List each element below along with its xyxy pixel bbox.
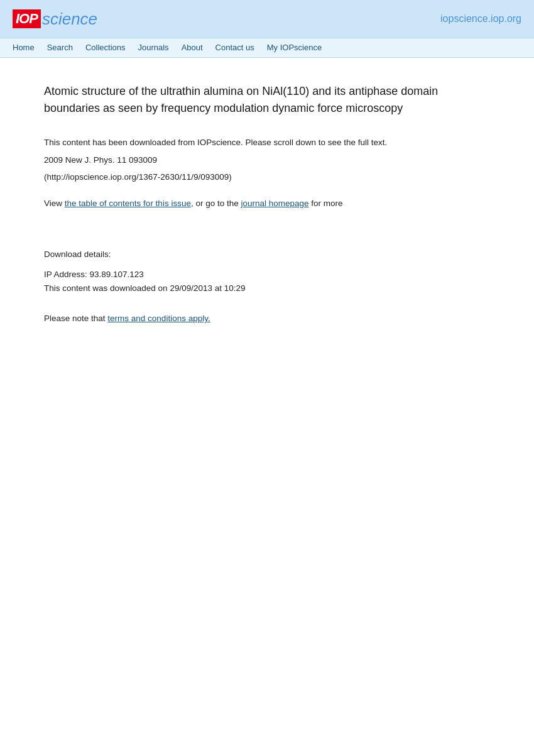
view-suffix: for more <box>309 199 343 208</box>
main-content: Atomic structure of the ultrathin alumin… <box>0 58 534 348</box>
view-links-section: View the table of contents for this issu… <box>44 197 490 211</box>
nav-search[interactable]: Search <box>41 38 79 58</box>
nav-collections[interactable]: Collections <box>79 38 132 58</box>
nav-about[interactable]: About <box>175 38 209 58</box>
logo-container: IOP science <box>13 9 97 29</box>
download-date-text: This content was downloaded on 29/09/201… <box>44 282 490 295</box>
view-text: View the table of contents for this issu… <box>44 197 490 211</box>
nav-contact-us[interactable]: Contact us <box>209 38 261 58</box>
terms-text: Please note that terms and conditions ap… <box>44 314 490 323</box>
download-notice-text: This content has been downloaded from IO… <box>44 136 490 150</box>
main-navigation: Home Search Collections Journals About C… <box>0 38 534 58</box>
iop-text: IOP <box>13 9 41 28</box>
nav-my-iopscience[interactable]: My IOPscience <box>261 38 328 58</box>
download-details-title: Download details: <box>44 248 490 261</box>
site-url-link[interactable]: iopscience.iop.org <box>440 13 521 25</box>
article-title: Atomic structure of the ultrathin alumin… <box>44 83 490 117</box>
view-prefix: View <box>44 199 65 208</box>
view-middle: , or go to the <box>191 199 241 208</box>
nav-home[interactable]: Home <box>6 38 41 58</box>
download-details-section: Download details: IP Address: 93.89.107.… <box>44 248 490 295</box>
science-text: science <box>42 9 97 29</box>
iop-logo[interactable]: IOP science <box>13 9 97 29</box>
page-header: IOP science iopscience.iop.org <box>0 0 534 38</box>
url-text: (http://iopscience.iop.org/1367-2630/11/… <box>44 170 490 184</box>
nav-journals[interactable]: Journals <box>131 38 175 58</box>
journal-homepage-link[interactable]: journal homepage <box>241 199 308 208</box>
table-of-contents-link[interactable]: the table of contents for this issue <box>65 199 191 208</box>
download-notice-section: This content has been downloaded from IO… <box>44 136 490 184</box>
terms-section: Please note that terms and conditions ap… <box>44 314 490 323</box>
terms-link[interactable]: terms and conditions apply. <box>107 314 210 323</box>
citation-text: 2009 New J. Phys. 11 093009 <box>44 153 490 167</box>
ip-address-text: IP Address: 93.89.107.123 <box>44 268 490 282</box>
terms-prefix: Please note that <box>44 314 107 323</box>
